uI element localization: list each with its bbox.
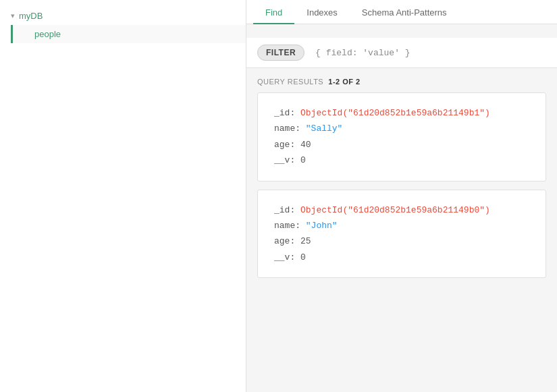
tab-schema-anti-patterns[interactable]: Schema Anti-Patterns [350,2,459,24]
field-v: __v: 0 [274,152,529,168]
field-name: name: "Sally" [274,121,529,136]
collection-label: people [34,29,61,39]
sidebar-item-database[interactable]: myDB [0,7,246,25]
field-id: _id: ObjectId("61d20d852b1e59a6b21149b1"… [274,105,529,121]
filter-bar: FILTER { field: 'value' } [246,38,557,68]
main-content: Find Indexes Schema Anti-Patterns FILTER… [246,0,557,392]
sidebar-item-collection[interactable]: people [11,25,246,43]
field-id: _id: ObjectId("61d20d852b1e59a6b21149b0"… [274,202,529,218]
field-age: age: 25 [274,233,529,249]
sidebar: myDB people [0,0,246,392]
documents-area: _id: ObjectId("61d20d852b1e59a6b21149b1"… [246,92,557,392]
document-card: _id: ObjectId("61d20d852b1e59a6b21149b0"… [257,190,546,279]
field-v: __v: 0 [274,250,529,265]
query-results-bar: QUERY RESULTS 1-2 OF 2 [246,68,557,92]
database-label: myDB [19,11,43,21]
filter-button[interactable]: FILTER [257,45,304,61]
query-results-count: 1-2 OF 2 [328,78,360,86]
field-age: age: 40 [274,137,529,152]
document-card: _id: ObjectId("61d20d852b1e59a6b21149b1"… [257,92,546,181]
tab-indexes[interactable]: Indexes [294,2,350,24]
tab-find[interactable]: Find [253,2,294,24]
field-name: name: "John" [274,218,529,233]
filter-placeholder: { field: 'value' } [315,48,410,58]
query-results-label: QUERY RESULTS [257,78,323,86]
tab-bar: Find Indexes Schema Anti-Patterns [246,0,557,24]
